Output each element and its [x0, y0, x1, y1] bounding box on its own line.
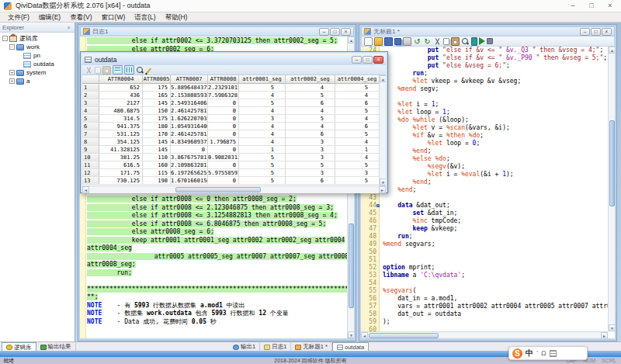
- scroll-down-icon[interactable]: ▼: [380, 179, 386, 185]
- data-cell[interactable]: 5.8896484375: [171, 84, 208, 92]
- paste-icon[interactable]: [451, 37, 460, 46]
- collapse-icon[interactable]: -: [9, 44, 15, 50]
- column-header-attr0001_seg[interactable]: attr0001_seg: [239, 75, 286, 84]
- menu-item-5[interactable]: 帮助(H): [161, 12, 193, 22]
- data-cell[interactable]: 0: [208, 99, 239, 107]
- cut-icon[interactable]: [85, 66, 93, 75]
- editor-hscroll-thumb[interactable]: [369, 333, 439, 338]
- minimize-button[interactable]: –: [319, 28, 329, 36]
- data-cell[interactable]: 0: [208, 177, 239, 185]
- data-cell[interactable]: 1.796875: [208, 138, 239, 146]
- data-cell[interactable]: 2.2329101563: [208, 84, 239, 92]
- data-cell[interactable]: 170: [143, 130, 171, 138]
- restore-button[interactable]: □: [363, 56, 373, 64]
- table-row[interactable]: 7531.1251702.46142578130465: [82, 130, 386, 138]
- open-file-icon[interactable]: [374, 37, 383, 46]
- data-cell[interactable]: 5: [286, 115, 335, 123]
- scroll-down-icon[interactable]: ▼: [348, 331, 354, 338]
- grid-vertical-scrollbar[interactable]: ▲ ▼: [379, 75, 386, 185]
- log-window-titlebar[interactable]: 日志1 –□×: [80, 26, 354, 36]
- find-icon[interactable]: [461, 37, 470, 46]
- data-cell[interactable]: 0: [208, 130, 239, 138]
- column-view-icon[interactable]: [124, 65, 134, 75]
- column-header-attr0004_seg[interactable]: attr0004_seg: [335, 75, 380, 84]
- data-cell[interactable]: 652: [99, 84, 143, 92]
- column-header-ATTR0008[interactable]: ATTR0008: [208, 75, 239, 84]
- ime-punctuation-icon[interactable]: ’: [536, 349, 538, 357]
- data-cell[interactable]: 4: [335, 154, 380, 161]
- data-cell[interactable]: 180: [143, 123, 171, 130]
- data-cell[interactable]: 0: [208, 107, 239, 115]
- data-cell[interactable]: 2.1098632813: [171, 161, 208, 169]
- scroll-up-icon[interactable]: ▲: [609, 47, 615, 54]
- scroll-right-icon[interactable]: ►: [379, 186, 386, 193]
- data-cell[interactable]: 5: [239, 84, 286, 92]
- column-header-ATTR0007[interactable]: ATTR0007: [171, 75, 208, 84]
- grid-view-icon[interactable]: [113, 65, 123, 75]
- data-cell[interactable]: 5: [239, 169, 286, 177]
- data-cell[interactable]: 5: [335, 177, 380, 185]
- data-cell[interactable]: 3: [286, 154, 335, 161]
- table-row[interactable]: 11616.51602.10986328130555: [82, 161, 386, 169]
- data-cell[interactable]: 1: [335, 146, 380, 154]
- data-cell[interactable]: 730.125: [99, 177, 143, 185]
- table-row[interactable]: 4480.68751502.46142578130445: [82, 107, 386, 115]
- paste-icon[interactable]: [102, 66, 111, 75]
- menu-item-0[interactable]: 文件(F): [3, 12, 34, 22]
- table-row[interactable]: 13730.1251901.67016601560565: [82, 177, 386, 185]
- data-cell[interactable]: 175: [143, 115, 171, 123]
- data-cell[interactable]: 175: [143, 84, 171, 92]
- data-cell[interactable]: 110: [143, 154, 171, 161]
- data-cell[interactable]: 2.4614257813: [171, 107, 208, 115]
- close-button[interactable]: ×: [373, 56, 383, 64]
- data-cell[interactable]: 5: [335, 161, 380, 169]
- column-header-attr0002_seg[interactable]: attr0002_seg: [286, 75, 335, 84]
- data-cell[interactable]: 150: [143, 107, 171, 115]
- data-cell[interactable]: 3: [286, 169, 335, 177]
- redo-icon[interactable]: [423, 37, 432, 46]
- editor-code-area[interactable]: 24 put "else if &v <= " &v._Q3 " then &v…: [361, 47, 608, 331]
- ime-keyboard-icon[interactable]: [550, 350, 557, 357]
- data-cell[interactable]: 0: [208, 123, 239, 130]
- save-all-icon[interactable]: [394, 38, 401, 45]
- undo-icon[interactable]: [413, 37, 422, 46]
- data-cell[interactable]: 1.6701660156: [171, 177, 208, 185]
- tree-item-pn[interactable]: pn: [0, 51, 75, 60]
- table-row[interactable]: 941.32812514500131: [82, 146, 386, 154]
- data-cell[interactable]: 6: [286, 130, 335, 138]
- ime-logo-icon[interactable]: S: [512, 348, 522, 359]
- grid-corner-cell[interactable]: [82, 75, 99, 84]
- data-cell[interactable]: 2.4614257813: [171, 130, 208, 138]
- explorer-close-icon[interactable]: ×: [65, 25, 72, 30]
- scroll-down-icon[interactable]: ▼: [609, 324, 615, 331]
- copy-icon[interactable]: [95, 67, 101, 74]
- cut-icon[interactable]: [433, 37, 442, 46]
- close-button[interactable]: ×: [602, 28, 612, 36]
- data-cell[interactable]: 941.375: [99, 123, 143, 130]
- data-cell[interactable]: 1.0549316406: [171, 123, 208, 130]
- data-cell[interactable]: 5: [335, 107, 380, 115]
- menu-item-3[interactable]: 窗口(W): [97, 12, 130, 22]
- table-row[interactable]: 5314.51751.62622070310354: [82, 115, 386, 123]
- editor-horizontal-scrollbar[interactable]: ◄ ►: [361, 331, 608, 338]
- tree-item-a[interactable]: +a: [0, 77, 75, 85]
- edit-icon[interactable]: [146, 66, 154, 75]
- table-row[interactable]: 12171.751156.1972656255.9755859375533: [82, 169, 386, 177]
- data-cell[interactable]: 5.9755859375: [208, 169, 239, 177]
- menu-item-4[interactable]: 语言(L): [130, 12, 160, 22]
- data-cell[interactable]: 436: [99, 92, 143, 99]
- minimize-button[interactable]: –: [564, 0, 582, 12]
- data-cell[interactable]: 4: [286, 107, 335, 115]
- data-cell[interactable]: 4: [239, 123, 286, 130]
- print-icon[interactable]: [403, 37, 411, 46]
- data-cell[interactable]: 41.328125: [99, 146, 143, 154]
- data-cell[interactable]: 165: [143, 92, 171, 99]
- data-cell[interactable]: 5: [286, 92, 335, 99]
- data-cell[interactable]: 1.6262207031: [171, 115, 208, 123]
- data-cell[interactable]: 4: [286, 84, 335, 92]
- data-cell[interactable]: 4: [239, 107, 286, 115]
- ime-mode-toggle[interactable]: 中: [526, 348, 533, 359]
- data-cell[interactable]: 0: [171, 146, 208, 154]
- new-file-icon[interactable]: [364, 37, 373, 46]
- grid-hscroll-thumb[interactable]: [175, 187, 261, 192]
